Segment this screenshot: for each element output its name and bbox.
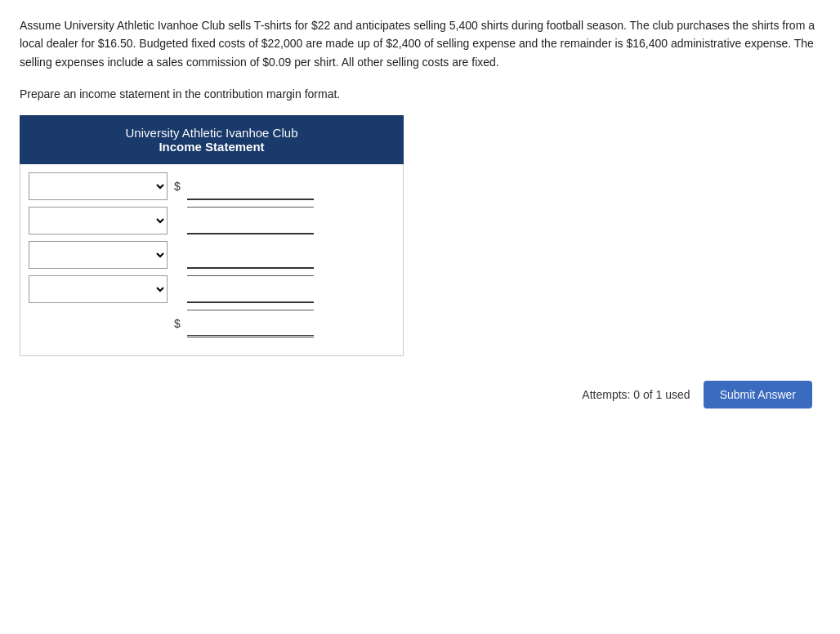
row2-input[interactable] — [187, 207, 314, 234]
table-title-sub: Income Statement — [29, 140, 395, 154]
page-container: Assume University Athletic Ivanhoe Club … — [0, 0, 840, 425]
row3-input[interactable] — [187, 241, 314, 269]
table-row: Cost of Goods Sold Operating Income Vari… — [29, 241, 395, 269]
table-body: Cost of Goods Sold Operating Income Vari… — [20, 164, 404, 356]
table-row: $ — [29, 310, 395, 337]
table-title-main: University Athletic Ivanhoe Club — [29, 126, 395, 140]
table-row: Cost of Goods Sold Operating Income Vari… — [29, 207, 395, 234]
income-table: University Athletic Ivanhoe Club Income … — [20, 115, 404, 356]
table-row: Cost of Goods Sold Operating Income Vari… — [29, 275, 395, 303]
prepare-text: Prepare an income statement in the contr… — [20, 87, 820, 100]
attempts-text: Attempts: 0 of 1 used — [582, 388, 690, 401]
dollar-sign-5: $ — [174, 317, 181, 330]
bottom-bar: Attempts: 0 of 1 used Submit Answer — [20, 381, 820, 409]
row1-select[interactable]: Cost of Goods Sold Operating Income Vari… — [29, 172, 168, 200]
row4-select[interactable]: Cost of Goods Sold Operating Income Vari… — [29, 275, 168, 303]
problem-text: Assume University Athletic Ivanhoe Club … — [20, 16, 820, 71]
row3-select[interactable]: Cost of Goods Sold Operating Income Vari… — [29, 241, 168, 269]
table-row: Cost of Goods Sold Operating Income Vari… — [29, 172, 395, 200]
table-header: University Athletic Ivanhoe Club Income … — [20, 115, 404, 164]
dollar-sign-1: $ — [174, 180, 181, 193]
submit-button[interactable]: Submit Answer — [704, 381, 812, 409]
row4-input[interactable] — [187, 275, 314, 303]
row5-input[interactable] — [187, 310, 314, 337]
row2-select[interactable]: Cost of Goods Sold Operating Income Vari… — [29, 207, 168, 234]
row1-input[interactable] — [187, 172, 314, 200]
